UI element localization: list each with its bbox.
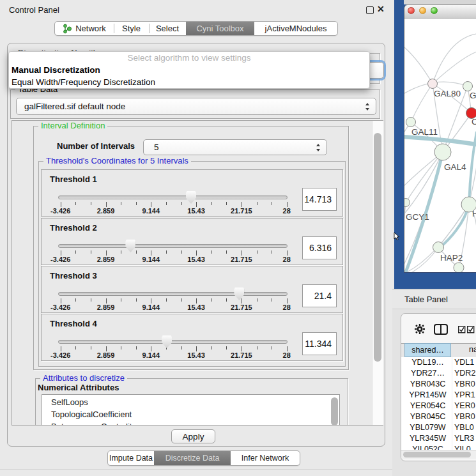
mouse-cursor-icon [394,232,400,241]
slider-tick [151,202,151,207]
column-header-shared[interactable]: shared… [404,343,451,357]
minimize-traffic-light[interactable] [419,7,426,14]
control-panel-title: Control Panel [9,5,59,15]
popup-item-manual-discretization[interactable]: Manual Discretization [12,64,100,76]
slider-track[interactable] [58,244,288,248]
tab-style[interactable]: Style [114,22,149,35]
table-data-combobox[interactable]: galFiltered.sif default node [16,98,376,115]
slider-tick [196,298,197,303]
table-row[interactable]: YIL052CYIL0 [401,444,476,450]
network-edge[interactable] [411,84,433,122]
network-edge[interactable] [433,34,476,84]
table-hscrollbar[interactable] [401,450,476,459]
slider-thumb[interactable] [162,335,172,348]
network-window-titlebar[interactable] [404,5,476,20]
list-scrollbar[interactable] [331,397,338,426]
slider-tick-label: 2.859 [97,351,115,359]
attribute-list-item[interactable]: TopologicalCoefficient [42,408,339,420]
table-row[interactable]: YBR043CYBR0 [401,379,476,390]
checkbox-icons[interactable] [458,326,475,334]
number-of-intervals-spinner[interactable]: 5 [143,139,327,155]
slider-tick [61,298,61,303]
network-node-label: HAP2 [440,253,463,263]
slider-tick [151,250,151,256]
slider-thumb[interactable] [125,240,135,252]
slider-tick-label: 2.859 [97,207,115,215]
float-icon[interactable] [366,6,374,14]
network-node-label: GAL11 [411,127,438,137]
table-row[interactable]: YDR27…YDR2 [401,368,476,379]
slider-tick [211,298,212,302]
network-node[interactable] [406,118,416,127]
close-traffic-light[interactable] [408,7,415,14]
tab-network[interactable]: Network [55,22,114,35]
threshold-value-field[interactable]: 21.4 [302,284,337,307]
threshold-label: Threshold 2 [50,223,97,233]
network-edge-highlighted[interactable] [404,137,476,144]
slider-tick [242,250,242,256]
table-row[interactable]: YER054CYER0 [401,401,476,411]
slider-tick [75,250,76,254]
network-node-label: GAL80 [434,89,461,98]
network-edge[interactable] [404,203,406,249]
close-icon[interactable]: ✕ [377,4,385,14]
split-panel-icon[interactable] [434,324,448,335]
tab-infer-network[interactable]: Infer Network [231,451,300,465]
threshold-panel-4: Threshold 4-3.4262.8599.14415.4321.71528… [41,314,343,361]
tab-discretize-data[interactable]: Discretize Data [154,451,231,465]
table-row[interactable]: YPR145WYPR1 [401,390,476,401]
column-header-name[interactable]: na [469,345,476,354]
cell-name: YER0 [454,401,476,411]
panel-scrollbar-thumb[interactable] [374,133,381,362]
threshold-value-field[interactable]: 14.713 [302,188,337,211]
network-node[interactable] [428,79,438,89]
slider-tick-label: 15.43 [187,351,205,359]
attribute-list-item[interactable]: SelfLoops [42,396,339,408]
table-row[interactable]: YBL079WYBL0 [401,422,476,433]
popup-item-equal-width[interactable]: Equal Width/Frequency Discretization [12,76,155,88]
tab-label: jActiveMNodules [265,24,327,33]
combo-stepper-icon [365,103,370,111]
popup-placeholder-item[interactable]: Select algorithm to view settings [9,52,369,64]
network-edge[interactable] [404,152,443,217]
panel-scrollbar-track[interactable] [372,121,383,425]
slider-track[interactable] [58,292,288,296]
attribute-list-item[interactable]: BetweennessCentrality [42,420,339,426]
slider-thumb[interactable] [186,191,196,204]
apply-button[interactable]: Apply [171,429,215,443]
slider-tick [121,346,121,349]
table-row[interactable]: YLR345WYLR3 [401,433,476,444]
network-node[interactable] [433,242,444,253]
tab-select[interactable]: Select [149,22,186,35]
table-row[interactable]: YBR045CYBR0 [401,411,476,422]
tab-impute-data[interactable]: Impute Data [108,451,154,465]
slider-tick [196,346,197,351]
zoom-traffic-light[interactable] [431,7,438,14]
network-node[interactable] [454,263,464,272]
network-icon [63,24,72,34]
threshold-value-field[interactable]: 6.316 [302,236,337,259]
network-node[interactable] [463,82,473,91]
network-node[interactable] [404,199,410,207]
slider-track[interactable] [58,196,288,199]
slider-track[interactable] [58,340,288,344]
table-hscrollbar-thumb[interactable] [403,452,471,457]
tab-jactivemnodules[interactable]: jActiveMNodules [254,22,337,35]
slider-tick [181,250,182,254]
cell-name: YIL0 [454,444,476,450]
threshold-value-field[interactable]: 11.344 [302,332,337,355]
slider-thumb[interactable] [234,288,244,300]
network-node[interactable] [434,144,451,160]
numerical-attributes-list[interactable]: SelfLoopsTopologicalCoefficientBetweenne… [42,394,340,426]
tab-cyni-toolbox[interactable]: Cyni Toolbox [186,22,254,35]
gear-icon[interactable] [415,324,425,334]
network-edge[interactable] [404,45,433,84]
slider-tick [75,202,76,205]
table-row[interactable]: YDL19…YDL1 [401,357,476,368]
cell-shared-name: YBL079W [404,422,451,433]
slider-tick [196,202,197,207]
network-canvas[interactable]: GAL80GACGAL11GAL4GCY1HHAP2 [404,19,476,272]
screen: Control Panel ✕ NetworkStyleSelectCyni T… [0,0,476,476]
slider-tick-label: 9.144 [142,303,160,311]
slider-tick [287,250,288,256]
